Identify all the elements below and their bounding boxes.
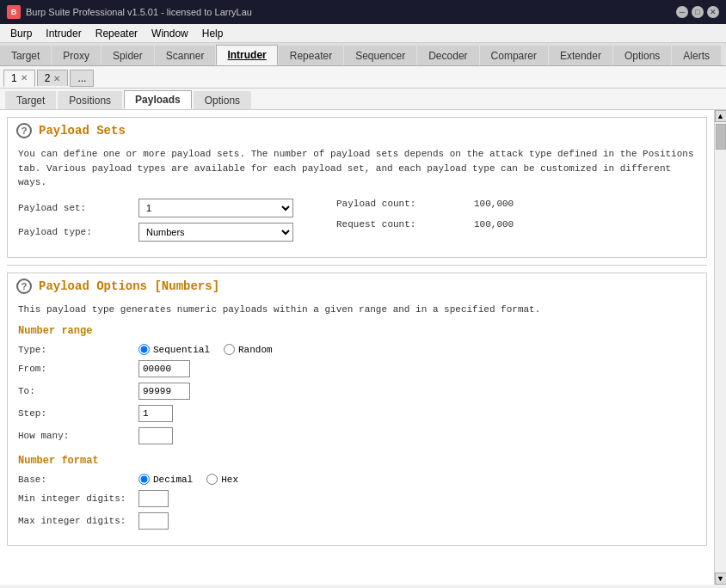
- tab-alerts[interactable]: Alerts: [672, 46, 721, 65]
- how-many-row: How many:: [18, 427, 696, 444]
- menu-burp[interactable]: Burp: [3, 26, 39, 41]
- decimal-label: Decimal: [153, 475, 193, 485]
- sub-tab-2-close[interactable]: ✕: [53, 74, 60, 83]
- sub-tab-1-close[interactable]: ✕: [21, 73, 28, 83]
- payload-options-title: Payload Options [Numbers]: [39, 279, 219, 293]
- min-int-row: Min integer digits:: [18, 490, 696, 507]
- tab-decoder[interactable]: Decoder: [417, 46, 478, 65]
- tab-extender[interactable]: Extender: [549, 46, 612, 65]
- menu-window[interactable]: Window: [145, 26, 195, 41]
- scroll-thumb[interactable]: [716, 124, 726, 150]
- sub-tab-bar: 1 ✕ 2 ✕ ...: [0, 66, 726, 89]
- base-row: Base: Decimal Hex: [18, 474, 696, 485]
- scroll-down-arrow[interactable]: ▼: [715, 573, 727, 585]
- inner-tab-options[interactable]: Options: [194, 91, 251, 109]
- hex-label: Hex: [221, 475, 238, 485]
- tab-scanner[interactable]: Scanner: [155, 46, 216, 65]
- sub-tab-1-label: 1: [11, 72, 17, 84]
- from-label: From:: [18, 364, 138, 374]
- min-int-label: Min integer digits:: [18, 493, 138, 504]
- payload-type-label: Payload type:: [18, 227, 138, 237]
- inner-tab-payloads[interactable]: Payloads: [124, 90, 192, 109]
- how-many-label: How many:: [18, 431, 138, 441]
- payload-sets-header: ? Payload Sets: [8, 118, 706, 144]
- inner-tab-positions[interactable]: Positions: [58, 91, 122, 109]
- payload-sets-desc: You can define one or more payload sets.…: [18, 147, 696, 190]
- number-range-title: Number range: [18, 325, 696, 337]
- step-row: Step:: [18, 405, 696, 422]
- tab-options[interactable]: Options: [613, 46, 671, 65]
- request-count-row: Request count: 100,000: [336, 219, 514, 230]
- scroll-up-arrow[interactable]: ▲: [715, 110, 727, 122]
- menu-repeater[interactable]: Repeater: [89, 26, 145, 41]
- decimal-radio[interactable]: [138, 474, 150, 485]
- scrollable-content[interactable]: ? Payload Sets You can define one or mor…: [0, 110, 714, 585]
- tab-intruder[interactable]: Intruder: [216, 45, 277, 65]
- maximize-button[interactable]: □: [692, 6, 704, 18]
- payload-options-header: ? Payload Options [Numbers]: [8, 273, 706, 299]
- tab-repeater[interactable]: Repeater: [279, 46, 343, 65]
- sub-tab-2[interactable]: 2 ✕: [37, 70, 69, 86]
- from-input[interactable]: [138, 360, 190, 377]
- inner-tab-bar: Target Positions Payloads Options: [0, 89, 726, 110]
- menu-intruder[interactable]: Intruder: [39, 26, 88, 41]
- tab-comparer[interactable]: Comparer: [480, 46, 548, 65]
- close-button[interactable]: ✕: [707, 6, 719, 18]
- max-int-input[interactable]: [138, 512, 169, 530]
- window-controls[interactable]: ─ □ ✕: [676, 6, 719, 18]
- payload-options-section: ? Payload Options [Numbers] This payload…: [7, 273, 707, 547]
- scrollbar[interactable]: ▲ ▼: [714, 110, 726, 585]
- tab-sequencer[interactable]: Sequencer: [344, 46, 416, 65]
- payload-set-label: Payload set:: [18, 203, 138, 213]
- section-divider: [7, 265, 707, 266]
- max-int-row: Max integer digits:: [18, 512, 696, 530]
- tab-target[interactable]: Target: [0, 46, 51, 65]
- tab-proxy[interactable]: Proxy: [52, 46, 101, 65]
- type-radio-group: Sequential Random: [138, 344, 273, 355]
- random-radio[interactable]: [224, 344, 235, 355]
- base-label: Base:: [18, 475, 138, 485]
- hex-radio-item[interactable]: Hex: [206, 474, 238, 485]
- payload-type-select[interactable]: Numbers Simple list Runtime file Custom …: [138, 223, 293, 242]
- payload-sets-title: Payload Sets: [39, 124, 126, 138]
- request-count-label: Request count:: [336, 219, 457, 230]
- payload-set-select[interactable]: 1: [138, 199, 293, 217]
- title-bar: B Burp Suite Professional v1.5.01 - lice…: [0, 0, 726, 24]
- hex-radio[interactable]: [206, 474, 218, 485]
- menu-bar: Burp Intruder Repeater Window Help: [0, 24, 726, 43]
- request-count-value: 100,000: [474, 219, 514, 230]
- payload-options-help-icon[interactable]: ?: [16, 279, 32, 294]
- min-int-input[interactable]: [138, 490, 169, 507]
- random-radio-item[interactable]: Random: [224, 344, 273, 355]
- payload-sets-help-icon[interactable]: ?: [16, 123, 32, 138]
- main-tab-bar: Target Proxy Spider Scanner Intruder Rep…: [0, 43, 726, 66]
- payload-options-body: This payload type generates numeric payl…: [8, 299, 706, 546]
- sub-tab-2-label: 2: [45, 72, 51, 84]
- sequential-radio[interactable]: [138, 344, 150, 355]
- sequential-radio-item[interactable]: Sequential: [138, 344, 210, 355]
- minimize-button[interactable]: ─: [676, 6, 688, 18]
- to-input[interactable]: [138, 383, 190, 400]
- step-input[interactable]: [138, 405, 173, 422]
- title-bar-text: Burp Suite Professional v1.5.01 - licens…: [26, 7, 252, 17]
- payload-count-row: Payload count: 100,000: [336, 199, 514, 209]
- payload-sets-section: ? Payload Sets You can define one or mor…: [7, 117, 707, 258]
- tab-spider[interactable]: Spider: [102, 46, 154, 65]
- payload-sets-body: You can define one or more payload sets.…: [8, 144, 706, 257]
- base-radio-group: Decimal Hex: [138, 474, 238, 485]
- content-area: ? Payload Sets You can define one or mor…: [0, 110, 726, 585]
- decimal-radio-item[interactable]: Decimal: [138, 474, 193, 485]
- inner-tab-target[interactable]: Target: [5, 91, 56, 109]
- how-many-input[interactable]: [138, 427, 173, 444]
- payload-count-value: 100,000: [474, 199, 514, 209]
- payload-options-desc: This payload type generates numeric payl…: [18, 303, 696, 317]
- to-label: To:: [18, 386, 138, 396]
- counts-section: Payload count: 100,000 Request count: 10…: [336, 199, 514, 235]
- sub-tab-more[interactable]: ...: [70, 70, 94, 87]
- max-int-label: Max integer digits:: [18, 516, 138, 526]
- menu-help[interactable]: Help: [195, 26, 231, 41]
- payload-type-row: Payload type: Numbers Simple list Runtim…: [18, 223, 293, 242]
- sub-tab-1[interactable]: 1 ✕: [3, 70, 35, 87]
- from-row: From:: [18, 360, 696, 377]
- to-row: To:: [18, 383, 696, 400]
